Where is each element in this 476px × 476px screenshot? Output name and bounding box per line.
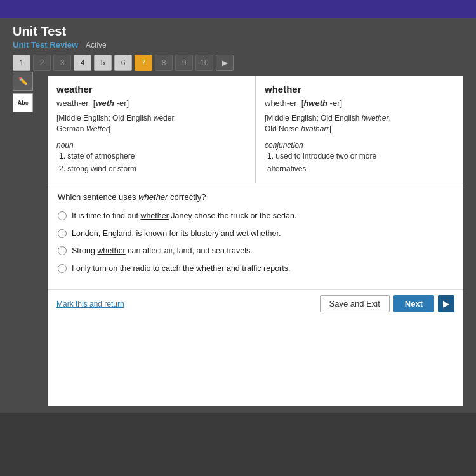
footer-bar: Mark this and return Save and Exit Next … (48, 289, 463, 317)
question-section: Which sentence uses whether correctly? I… (48, 183, 463, 289)
option-row-2[interactable]: London, England, is known for its bluste… (58, 228, 453, 240)
nav-btn-9[interactable]: 9 (175, 55, 193, 71)
option-row-4[interactable]: I only turn on the radio to catch the wh… (58, 263, 453, 275)
top-bar (0, 0, 476, 18)
option-radio-2[interactable] (58, 229, 67, 238)
abc-tool[interactable]: Abc (13, 93, 33, 112)
nav-btn-10[interactable]: 10 (195, 55, 213, 71)
dict-word-weather: weather (56, 84, 246, 95)
question-text: Which sentence uses whether correctly? (58, 192, 453, 202)
dict-etym-weather: [Middle English; Old English weder,Germa… (56, 113, 246, 135)
nav-btn-2[interactable]: 2 (33, 55, 51, 71)
option-text-4: I only turn on the radio to catch the wh… (72, 263, 290, 275)
subtitle-row: Unit Test Review Active (13, 40, 463, 50)
dict-pos-whether: conjunction (265, 141, 454, 150)
option-radio-4[interactable] (58, 264, 67, 273)
option-text-3: Strong whether can affect air, land, and… (72, 246, 253, 257)
nav-btn-7[interactable]: 7 (135, 55, 152, 71)
side-tools: ✏️ Abc (13, 72, 33, 112)
pencil-tool[interactable]: ✏️ (13, 72, 33, 91)
dict-pos-weather: noun (56, 141, 246, 150)
footer-buttons: Save and Exit Next ▶ (320, 295, 454, 312)
nav-btn-1[interactable]: 1 (13, 55, 30, 71)
nav-btn-4[interactable]: 4 (74, 55, 91, 71)
option-radio-1[interactable] (58, 211, 67, 220)
nav-btn-5[interactable]: 5 (94, 55, 112, 71)
dict-left: weather weath-er [weth -er] [Middle Engl… (48, 76, 256, 183)
dict-pron-whether: wheth-er [hweth -er] (265, 98, 454, 108)
status-badge: Active (86, 41, 107, 50)
dict-pron-weather: weath-er [weth -er] (56, 98, 246, 108)
option-radio-3[interactable] (58, 246, 67, 255)
nav-row: 1 2 3 4 5 6 7 8 9 10 ▶ (13, 55, 463, 71)
dict-right: whether wheth-er [hweth -er] [Middle Eng… (256, 76, 463, 183)
subtitle: Unit Test Review (13, 40, 78, 50)
main-panel: weather weath-er [weth -er] [Middle Engl… (48, 76, 463, 406)
dictionary-section: weather weath-er [weth -er] [Middle Engl… (48, 76, 463, 183)
nav-btn-3[interactable]: 3 (53, 55, 71, 71)
mark-return-link[interactable]: Mark this and return (56, 300, 124, 308)
dict-def-whether: 1. used to introduce two or morealternat… (265, 150, 454, 176)
option-text-1: It is time to find out whether Janey cho… (72, 211, 296, 222)
option-row-3[interactable]: Strong whether can affect air, land, and… (58, 246, 453, 257)
nav-btn-8[interactable]: 8 (155, 55, 173, 71)
nav-btn-6[interactable]: 6 (114, 55, 132, 71)
option-text-2: London, England, is known for its bluste… (72, 228, 281, 240)
next-button[interactable]: Next (393, 295, 434, 312)
save-exit-button[interactable]: Save and Exit (320, 295, 390, 312)
option-row-1[interactable]: It is time to find out whether Janey cho… (58, 211, 453, 222)
dict-etym-whether: [Middle English; Old English hwether,Old… (265, 113, 454, 135)
dict-word-whether: whether (265, 84, 454, 95)
nav-next-arrow[interactable]: ▶ (216, 55, 234, 71)
page-title: Unit Test (13, 24, 463, 39)
content-area: Unit Test Unit Test Review Active 1 2 3 … (0, 18, 476, 413)
next-arrow-button[interactable]: ▶ (438, 295, 454, 312)
dict-def-weather: 1. state of atmosphere 2. strong wind or… (56, 150, 246, 176)
